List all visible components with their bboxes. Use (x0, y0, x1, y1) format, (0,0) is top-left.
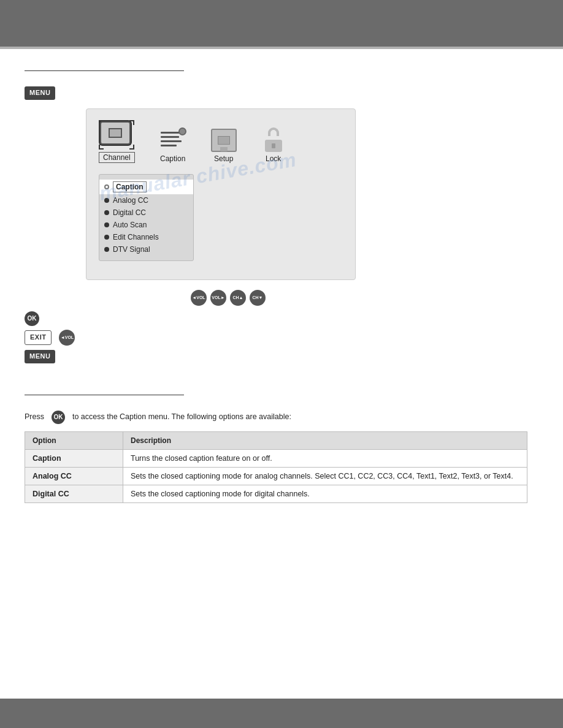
menu-button-step2[interactable]: MENU (25, 350, 55, 363)
ch-down-button[interactable]: CH▼ (250, 290, 266, 306)
ok-button-section2[interactable]: OK (52, 411, 65, 424)
step-exit: EXIT ◄VOL (25, 330, 538, 346)
setup-label: Setup (214, 154, 233, 163)
table-cell-desc-analog-cc: Sets the closed captioning mode for anal… (123, 468, 527, 485)
dot-dtv-signal (104, 247, 109, 252)
info-table: Option Description Caption Turns the clo… (25, 431, 527, 503)
submenu-panel: Caption Analog CC Digital CC Auto Scan E… (99, 174, 194, 261)
submenu-item-edit-channels[interactable]: Edit Channels (99, 231, 193, 243)
table-cell-desc-caption: Turns the closed caption feature on or o… (123, 450, 527, 468)
submenu-item-caption[interactable]: Caption (99, 180, 193, 194)
header-bar (0, 0, 563, 49)
section2-intro: Press OK to access the Caption menu. The… (25, 409, 538, 425)
channel-label: Channel (99, 152, 135, 163)
dot-analog-cc (104, 198, 109, 203)
submenu-item-dtv-signal[interactable]: DTV Signal (99, 243, 193, 256)
vol-right-button[interactable]: VOL► (210, 290, 226, 306)
footer-bar (0, 699, 563, 728)
section2-heading-text (25, 384, 27, 393)
step-menu2: MENU (25, 349, 538, 365)
vol-nav-button[interactable]: ◄VOL (59, 330, 75, 346)
osd-panel: Channel Caption (86, 108, 356, 280)
submenu-dtv-signal-label: DTV Signal (113, 245, 150, 254)
section1-heading-text (25, 60, 27, 69)
osd-top-icons: Channel Caption (99, 121, 343, 163)
nav-row: ◄VOL VOL► CH▲ CH▼ (190, 290, 538, 306)
table-row: Caption Turns the closed caption feature… (25, 450, 527, 468)
dot-edit-channels (104, 235, 109, 240)
submenu-item-analog-cc[interactable]: Analog CC (99, 194, 193, 207)
table-cell-option-digital-cc: Digital CC (25, 485, 123, 503)
osd-icon-channel[interactable]: Channel (99, 121, 135, 163)
submenu-edit-channels-label: Edit Channels (113, 233, 159, 241)
ch-up-button[interactable]: CH▲ (230, 290, 246, 306)
step-ok: OK (25, 311, 538, 327)
step-1: MENU (25, 85, 538, 101)
caption-label: Caption (160, 154, 185, 163)
osd-icon-setup[interactable]: Setup (211, 129, 237, 163)
main-content: MENU Channel (0, 49, 563, 503)
dot-auto-scan (104, 222, 109, 227)
table-row: Analog CC Sets the closed captioning mod… (25, 468, 527, 485)
table-cell-option-analog-cc: Analog CC (25, 468, 123, 485)
dot-digital-cc (104, 210, 109, 215)
submenu-analog-cc-label: Analog CC (113, 196, 148, 205)
table-cell-option-caption: Caption (25, 450, 123, 468)
submenu-item-digital-cc[interactable]: Digital CC (99, 207, 193, 219)
submenu-caption-label: Caption (113, 181, 147, 192)
osd-icon-caption[interactable]: Caption (159, 126, 186, 163)
section2-intro-text2: to access the Caption menu. The followin… (72, 412, 291, 423)
osd-icon-lock[interactable]: Lock (261, 126, 286, 163)
table-row: Digital CC Sets the closed captioning mo… (25, 485, 527, 503)
submenu-item-auto-scan[interactable]: Auto Scan (99, 219, 193, 231)
table-header-row: Option Description (25, 432, 527, 450)
section2-heading (25, 384, 184, 395)
vol-left-button[interactable]: ◄VOL (191, 290, 207, 306)
section2-intro-text: Press (25, 412, 44, 423)
exit-button[interactable]: EXIT (25, 330, 52, 344)
submenu-auto-scan-label: Auto Scan (113, 221, 147, 229)
menu-button-step1[interactable]: MENU (25, 86, 55, 99)
table-header-description: Description (123, 432, 527, 450)
section1-heading (25, 60, 184, 71)
table-header-option: Option (25, 432, 123, 450)
lock-label: Lock (266, 154, 281, 163)
submenu-digital-cc-label: Digital CC (113, 208, 146, 217)
ok-button-step[interactable]: OK (25, 311, 39, 326)
dot-caption (104, 184, 109, 189)
table-cell-desc-digital-cc: Sets the closed captioning mode for digi… (123, 485, 527, 503)
